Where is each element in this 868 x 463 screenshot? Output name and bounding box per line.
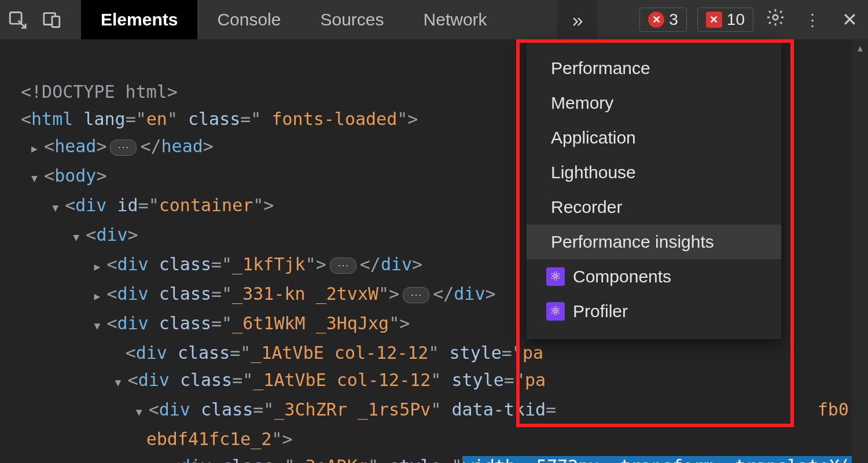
gear-icon [766,8,785,32]
dropdown-item-label: Profiler [573,302,628,321]
dropdown-item-performance[interactable]: Performance [527,51,781,86]
expand-triangle-icon[interactable] [115,366,128,396]
div-tag[interactable]: div [75,195,106,215]
errors-pill[interactable]: ✕ 3 [639,8,687,32]
dropdown-item-label: Recorder [551,197,622,217]
body-tag[interactable]: body [54,166,96,186]
svg-rect-2 [52,16,60,27]
toolbar-right: » ✕ 3 ✕ 10 ⋮ ✕ [557,0,868,39]
expand-triangle-icon[interactable] [94,310,106,339]
svg-point-3 [773,15,778,20]
div-tag[interactable]: div [180,456,211,463]
expand-triangle-icon[interactable] [52,192,65,221]
dropdown-item-application[interactable]: Application [527,120,781,155]
react-icon: ⚛ [546,267,565,286]
messages-count: 10 [727,10,745,29]
expand-triangle-icon[interactable] [157,453,170,463]
messages-pill[interactable]: ✕ 10 [697,8,753,32]
ellipsis-chip[interactable]: ⋯ [330,258,356,274]
dom-attr-trail: fb0-59 [818,399,852,420]
div-tag[interactable]: div [159,399,190,420]
div-tag[interactable]: div [117,254,149,274]
html-tag[interactable]: html [31,109,73,129]
scroll-up-icon[interactable]: ▴ [852,42,868,54]
div-tag[interactable]: div [117,284,149,304]
dropdown-item-label: Application [551,128,636,148]
expand-triangle-icon[interactable] [136,396,149,425]
settings-button[interactable] [757,0,794,39]
expand-triangle-icon[interactable] [31,162,44,192]
expand-triangle-icon[interactable] [31,133,44,162]
expand-triangle-icon[interactable] [73,221,86,251]
doctype-node[interactable]: <!DOCTYPE html> [21,82,178,102]
device-toolbar-icon[interactable] [35,0,69,39]
ellipsis-chip[interactable]: ⋯ [110,139,137,156]
dropdown-item-performance-insights[interactable]: Performance insights [527,225,781,259]
ellipsis-chip[interactable]: ⋯ [403,287,429,303]
dropdown-item-label: Performance insights [551,232,714,252]
tab-label: Network [424,10,487,30]
dom-attr-continuation: ebdf41fc1e_2 [146,429,272,449]
tab-network[interactable]: Network [404,0,507,39]
kebab-icon: ⋮ [804,10,821,30]
div-tag[interactable]: div [96,225,127,245]
tab-label: Elements [101,10,178,30]
message-error-icon: ✕ [706,12,722,28]
div-tag[interactable]: div [138,370,170,390]
div-tag[interactable]: div [136,343,167,363]
more-tabs-button[interactable]: » [557,0,598,39]
dropdown-item-label: Lighthouse [551,163,636,182]
dropdown-item-label: Components [573,267,671,286]
error-icon: ✕ [648,12,664,28]
tab-elements[interactable]: Elements [81,0,197,39]
dropdown-item-profiler[interactable]: ⚛Profiler [527,294,781,329]
errors-count: 3 [669,10,678,29]
dropdown-item-components[interactable]: ⚛Components [527,259,781,294]
tab-label: Sources [320,10,384,30]
div-tag[interactable]: div [117,313,149,333]
close-icon: ✕ [842,9,858,31]
inspect-element-icon[interactable] [0,0,35,39]
expand-triangle-icon[interactable] [94,251,106,280]
head-tag[interactable]: head [54,136,96,156]
devtools-toolbar: Elements Console Sources Network » ✕ 3 ✕… [0,0,868,39]
dropdown-item-memory[interactable]: Memory [527,86,781,120]
tab-sources[interactable]: Sources [300,0,403,39]
tab-console[interactable]: Console [197,0,300,39]
react-icon: ⚛ [546,302,565,321]
selected-style-value[interactable]: width: 5772px; transform: translateX(-19… [462,456,852,463]
vertical-scrollbar[interactable]: ▴ [852,39,868,463]
close-devtools-button[interactable]: ✕ [831,0,868,39]
expand-triangle-icon[interactable] [94,280,106,310]
dropdown-item-lighthouse[interactable]: Lighthouse [527,155,781,190]
dropdown-item-recorder[interactable]: Recorder [527,190,781,225]
chevrons-right-icon: » [572,9,583,31]
tab-label: Console [217,10,281,30]
kebab-menu-button[interactable]: ⋮ [794,0,831,39]
more-tabs-dropdown: Performance Memory Application Lighthous… [527,41,781,339]
panel-tabs: Elements Console Sources Network [81,0,507,39]
dropdown-item-label: Performance [551,58,650,78]
dropdown-item-label: Memory [551,93,613,113]
